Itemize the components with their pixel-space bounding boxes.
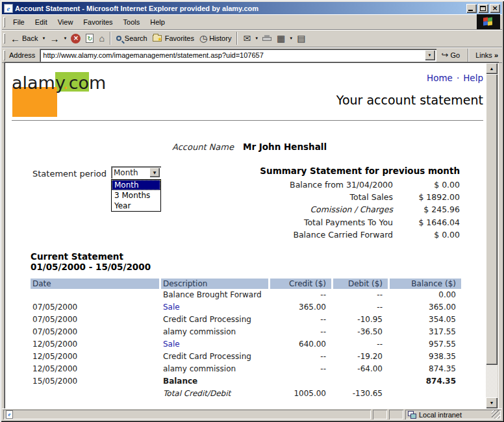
cell-debit: -130.65 xyxy=(333,388,388,400)
edit-button[interactable]: ▦ xyxy=(274,31,288,45)
header-divider xyxy=(12,120,483,121)
cell-date: 07/05/2000 xyxy=(31,301,159,314)
close-button[interactable]: × xyxy=(490,4,500,13)
mail-dropdown-caret[interactable]: ▼ xyxy=(253,36,260,40)
menu-help[interactable]: Help xyxy=(145,16,170,28)
period-option[interactable]: 3 Months xyxy=(112,190,160,201)
sale-link[interactable]: Sale xyxy=(161,338,268,351)
links-chevron-icon: » xyxy=(494,51,498,59)
menu-tools[interactable]: Tools xyxy=(118,16,145,28)
refresh-button[interactable]: ↻ xyxy=(83,31,96,45)
menu-file[interactable]: File xyxy=(8,16,30,28)
page-title: Your account statement xyxy=(336,93,483,107)
address-bar: Address ▼ ↪ Go Links » xyxy=(2,47,502,63)
addressbar-grip[interactable] xyxy=(3,50,5,60)
cell-description: alamy commission xyxy=(161,326,268,338)
discuss-icon: ▤ xyxy=(297,33,305,43)
statement-table: DateDescriptionCredit ($)Debit ($)Balanc… xyxy=(31,279,461,400)
home-link[interactable]: Home xyxy=(427,73,453,83)
go-button[interactable]: ↪ Go xyxy=(436,48,466,62)
resize-grip[interactable] xyxy=(492,410,500,419)
page-nav: Home·Help xyxy=(427,73,483,83)
help-link[interactable]: Help xyxy=(463,73,483,83)
browser-window: e Account Statement - Microsoft Internet… xyxy=(0,0,504,422)
table-row: Total Credit/Debit1005.00-130.65 xyxy=(31,388,461,400)
forward-button[interactable]: → xyxy=(47,31,62,45)
table-row: 07/05/2000alamy commission---36.50317.55 xyxy=(31,326,461,338)
select-dropdown-button[interactable]: ▼ xyxy=(149,168,160,177)
menu-view[interactable]: View xyxy=(53,16,79,28)
scrollbar-thumb[interactable] xyxy=(486,74,498,365)
cell-credit: 365.00 xyxy=(270,301,331,314)
summary-row-label: Comission / Charges xyxy=(200,205,393,214)
cell-description: Credit Card Processing xyxy=(161,314,268,326)
period-option[interactable]: Month xyxy=(112,180,160,190)
summary-row-label: Balance Carried Forward xyxy=(200,230,393,240)
address-dropdown-button[interactable]: ▼ xyxy=(425,50,435,60)
go-label: Go xyxy=(451,51,460,59)
status-ie-icon: e xyxy=(6,410,13,419)
stop-button[interactable]: × xyxy=(68,31,83,45)
period-option[interactable]: Year xyxy=(112,201,160,211)
history-button[interactable]: ◷ History xyxy=(197,31,234,45)
cell-description: Credit Card Processing xyxy=(161,351,268,363)
summary-row-value: $ 0.00 xyxy=(393,230,460,240)
cell-credit xyxy=(270,375,331,388)
summary-row: Comission / Charges$ 245.96 xyxy=(200,203,460,216)
forward-dropdown-caret[interactable]: ▼ xyxy=(62,36,68,40)
address-input[interactable] xyxy=(40,51,424,59)
cell-description: Balance Brought Forward xyxy=(161,289,268,301)
favorites-label: Favorites xyxy=(165,34,194,42)
favorites-button[interactable]: ★ Favorites xyxy=(150,31,197,45)
history-label: History xyxy=(209,34,231,42)
summary-row-value: $ 1892.00 xyxy=(393,192,460,202)
cell-balance: 874.35 xyxy=(390,375,461,388)
summary-row-label: Balance from 31/04/2000 xyxy=(200,180,393,190)
maximize-button[interactable] xyxy=(478,4,488,13)
status-main-pane: e xyxy=(3,410,371,419)
links-button[interactable]: Links » xyxy=(472,48,502,62)
edit-dropdown-caret[interactable]: ▼ xyxy=(288,36,294,40)
menubar-grip[interactable] xyxy=(3,17,5,27)
ie-logo-icon: e xyxy=(4,4,13,13)
cell-credit: -- xyxy=(270,314,331,326)
menu-favorites[interactable]: Favorites xyxy=(78,16,118,28)
summary-row: Total Payments To You$ 1646.04 xyxy=(200,216,460,229)
title-bar[interactable]: e Account Statement - Microsoft Internet… xyxy=(2,2,502,14)
cell-balance: 365.00 xyxy=(390,301,461,314)
back-button[interactable]: ← Back xyxy=(8,31,40,45)
selected-period: Month xyxy=(111,168,149,177)
table-row: 12/05/2000Sale640.00--957.55 xyxy=(31,338,461,351)
period-dropdown-list: Month3 MonthsYear xyxy=(111,179,161,212)
cell-description: Total Credit/Debit xyxy=(161,388,268,400)
sale-link[interactable]: Sale xyxy=(161,301,268,314)
table-row: 07/05/2000Credit Card Processing---10.95… xyxy=(31,314,461,326)
cell-debit: -- xyxy=(333,301,388,314)
table-header-row: DateDescriptionCredit ($)Debit ($)Balanc… xyxy=(31,279,461,289)
vertical-scrollbar[interactable]: ▲ ▼ xyxy=(486,63,498,408)
column-header: Credit ($) xyxy=(270,279,331,289)
summary-section: Summary Statement for previous month Bal… xyxy=(200,166,460,241)
scroll-down-button[interactable]: ▼ xyxy=(486,397,498,408)
mail-button[interactable]: ✉ xyxy=(240,31,253,45)
column-header: Debit ($) xyxy=(333,279,388,289)
nav-separator: · xyxy=(453,73,463,83)
summary-row: Total Sales$ 1892.00 xyxy=(200,191,460,203)
cell-credit: -- xyxy=(270,289,331,301)
close-icon: × xyxy=(490,4,500,13)
back-dropdown-caret[interactable]: ▼ xyxy=(40,36,47,40)
search-button[interactable]: Search xyxy=(114,31,150,45)
minimize-button[interactable] xyxy=(466,4,477,13)
toolbar: ← Back ▼ → ▼ × ↻ ⌂ Search ★ Favorites ◷ … xyxy=(2,30,502,47)
summary-row: Balance from 31/04/2000$ 0.00 xyxy=(200,179,460,191)
toolbar-grip[interactable] xyxy=(3,33,5,43)
refresh-icon: ↻ xyxy=(86,34,94,43)
cell-credit: -- xyxy=(270,363,331,375)
menu-edit[interactable]: Edit xyxy=(30,16,53,28)
home-button[interactable]: ⌂ xyxy=(96,31,107,45)
statement-period-select[interactable]: Month ▼ xyxy=(111,166,161,179)
print-button[interactable] xyxy=(260,31,274,45)
scroll-up-button[interactable]: ▲ xyxy=(486,63,498,74)
discuss-button[interactable]: ▤ xyxy=(294,31,308,45)
cell-date xyxy=(31,388,159,400)
